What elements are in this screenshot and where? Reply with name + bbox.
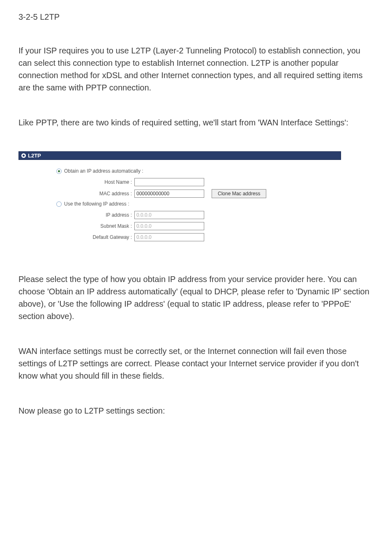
- row-subnet: Subnet Mask :: [23, 222, 337, 230]
- gear-icon: [21, 153, 26, 158]
- subnet-input[interactable]: [134, 222, 204, 230]
- gateway-label: Default Gateway :: [23, 234, 134, 240]
- paragraph-2: Like PPTP, there are two kinds of requir…: [18, 116, 374, 129]
- paragraph-4: WAN interface settings must be correctly…: [18, 345, 374, 382]
- radio-row-obtain-auto[interactable]: Obtain an IP address automatically :: [23, 168, 337, 174]
- l2tp-settings-screenshot: L2TP Obtain an IP address automatically …: [18, 151, 341, 250]
- panel-title: L2TP: [28, 153, 41, 159]
- radio-use-following[interactable]: [56, 201, 62, 207]
- radio-obtain-auto[interactable]: [56, 169, 62, 174]
- row-hostname: Host Name :: [23, 178, 337, 186]
- panel-header: L2TP: [18, 151, 341, 160]
- mac-input[interactable]: [134, 190, 204, 198]
- subnet-label: Subnet Mask :: [23, 223, 134, 229]
- clone-mac-button[interactable]: Clone Mac address: [212, 189, 266, 198]
- row-gateway: Default Gateway :: [23, 233, 337, 241]
- hostname-input[interactable]: [134, 178, 204, 186]
- paragraph-3: Please select the type of how you obtain…: [18, 273, 374, 322]
- radio-use-following-label: Use the following IP address :: [64, 201, 129, 207]
- gateway-input[interactable]: [134, 233, 204, 241]
- hostname-label: Host Name :: [23, 179, 134, 185]
- ip-input[interactable]: [134, 211, 204, 219]
- section-title: 3-2-5 L2TP: [18, 12, 374, 22]
- radio-row-use-following[interactable]: Use the following IP address :: [23, 201, 337, 207]
- ip-label: IP address :: [23, 212, 134, 218]
- paragraph-5: Now please go to L2TP settings section:: [18, 405, 374, 417]
- paragraph-1: If your ISP requires you to use L2TP (La…: [18, 44, 374, 94]
- mac-label: MAC address :: [23, 191, 134, 197]
- radio-obtain-auto-label: Obtain an IP address automatically :: [64, 168, 143, 174]
- panel-body: Obtain an IP address automatically : Hos…: [18, 160, 341, 250]
- row-ip: IP address :: [23, 211, 337, 219]
- row-mac: MAC address : Clone Mac address: [23, 189, 337, 198]
